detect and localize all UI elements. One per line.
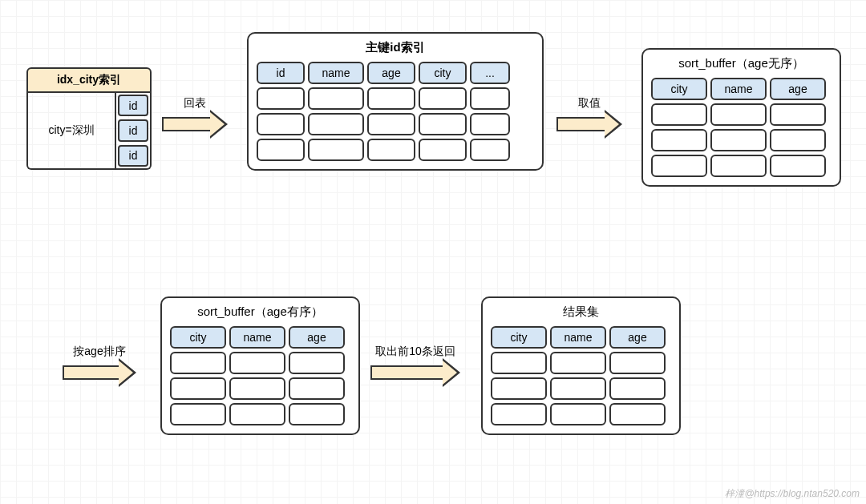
col-header: city <box>491 326 547 349</box>
col-header: age <box>770 78 826 100</box>
col-header: age <box>609 326 666 349</box>
col-header: name <box>550 326 606 349</box>
idx-city-ids: id id id <box>116 93 150 168</box>
arrow-sort: 按age排序 <box>63 345 136 385</box>
idx-city-title: idx_city索引 <box>26 67 152 93</box>
buffer-unsorted-table: city name age <box>651 78 832 177</box>
idx-city-condition: city=深圳 <box>28 93 116 168</box>
col-header: city <box>651 78 707 100</box>
buffer-sorted-title: sort_buffer（age有序） <box>170 304 350 320</box>
col-header: city <box>419 62 467 84</box>
idx-city-index: idx_city索引 city=深圳 id id id <box>26 67 152 170</box>
arrow-get-value: 取值 <box>556 96 622 136</box>
sort-buffer-unsorted-panel: sort_buffer（age无序） city name age <box>641 48 841 187</box>
col-header: age <box>289 326 345 349</box>
col-header: ... <box>470 62 510 84</box>
idx-city-body: city=深圳 id id id <box>26 93 152 170</box>
buffer-unsorted-title: sort_buffer（age无序） <box>651 56 832 71</box>
primary-index-panel: 主键id索引 id name age city ... <box>247 32 544 171</box>
col-header: age <box>367 62 415 84</box>
col-header: name <box>308 62 364 84</box>
idx-id-cell: id <box>118 95 148 116</box>
sort-buffer-sorted-panel: sort_buffer（age有序） city name age <box>160 296 360 435</box>
arrow-take10: 取出前10条返回 <box>370 345 460 385</box>
result-title: 结果集 <box>491 304 671 320</box>
primary-title: 主键id索引 <box>257 40 534 55</box>
watermark: 梓潼@https://blog.ntan520.com <box>725 487 860 501</box>
idx-id-cell: id <box>118 145 148 167</box>
buffer-sorted-table: city name age <box>170 326 350 425</box>
arrow-label: 回表 <box>184 96 206 111</box>
result-panel: 结果集 city name age <box>481 296 681 435</box>
col-header: name <box>710 78 767 100</box>
result-table: city name age <box>491 326 671 425</box>
arrow-label: 取值 <box>578 96 601 111</box>
primary-table: id name age city ... <box>257 62 534 161</box>
col-header: name <box>229 326 285 349</box>
arrow-back-table: 回表 <box>162 96 228 136</box>
arrow-label: 取出前10条返回 <box>375 345 455 359</box>
idx-id-cell: id <box>118 119 148 141</box>
col-header: city <box>170 326 226 349</box>
col-header: id <box>257 62 305 84</box>
arrow-label: 按age排序 <box>73 345 125 359</box>
